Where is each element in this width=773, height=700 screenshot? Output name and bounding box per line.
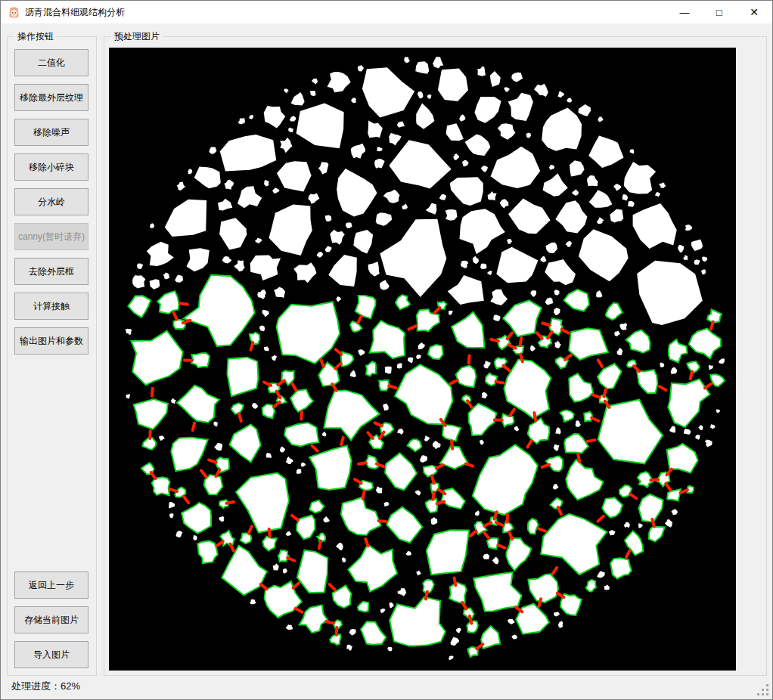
statusbar: 处理进度：62% [1, 674, 772, 699]
preview-group: 预处理图片 [104, 36, 767, 676]
canny-button[interactable]: canny(暂时遗弃) [14, 223, 88, 250]
remove-outer-frame-button[interactable]: 去除外层框 [14, 258, 88, 285]
operations-button-column: 二值化 移除最外层纹理 移除噪声 移除小碎块 分水岭 canny(暂时遗弃) 去… [14, 49, 88, 355]
compute-contact-button[interactable]: 计算接触 [14, 293, 88, 320]
progress-status: 处理进度：62% [11, 680, 80, 693]
binarize-button[interactable]: 二值化 [14, 49, 88, 76]
preview-image [109, 48, 736, 671]
history-button-column: 返回上一步 存储当前图片 导入图片 [14, 571, 88, 668]
operations-group-label: 操作按钮 [14, 30, 57, 43]
import-image-button[interactable]: 导入图片 [14, 641, 88, 668]
resize-grip-icon[interactable] [757, 684, 769, 696]
export-image-params-button[interactable]: 输出图片和参数 [14, 327, 88, 355]
remove-small-fragments-button[interactable]: 移除小碎块 [14, 153, 88, 181]
remove-noise-button[interactable]: 移除噪声 [14, 119, 88, 146]
watershed-button[interactable]: 分水岭 [14, 188, 88, 215]
close-button[interactable]: ✕ [737, 1, 771, 23]
minimize-button[interactable]: — [667, 1, 702, 23]
titlebar: 沥青混合料细观结构分析 — □ ✕ [2, 1, 771, 23]
window-controls: — □ ✕ [667, 1, 771, 23]
undo-step-button[interactable]: 返回上一步 [14, 571, 88, 599]
remove-outer-texture-button[interactable]: 移除最外层纹理 [14, 84, 88, 111]
save-current-image-button[interactable]: 存储当前图片 [14, 606, 88, 633]
operations-group: 操作按钮 二值化 移除最外层纹理 移除噪声 移除小碎块 分水岭 canny(暂时… [7, 36, 97, 676]
window-title: 沥青混合料细观结构分析 [25, 6, 125, 19]
preview-group-label: 预处理图片 [111, 30, 163, 43]
maximize-button[interactable]: □ [702, 1, 737, 23]
app-window: 沥青混合料细观结构分析 — □ ✕ 操作按钮 二值化 移除最外层纹理 移除噪声 … [0, 0, 773, 700]
app-icon [8, 6, 20, 19]
